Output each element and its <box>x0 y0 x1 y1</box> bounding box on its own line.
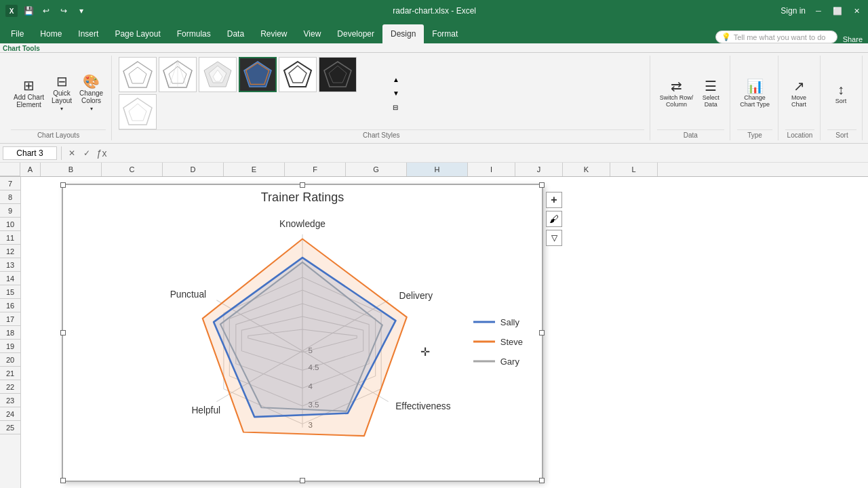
ribbon-tabs: File Home Insert Page Layout Formulas Da… <box>0 22 868 43</box>
row-header-16[interactable]: 16 <box>0 299 20 312</box>
row-header-20[interactable]: 20 <box>0 353 20 367</box>
chart-legend: Sally Steve Gary <box>473 317 523 366</box>
col-header-H[interactable]: H <box>407 163 468 176</box>
tab-data[interactable]: Data <box>219 24 252 43</box>
insert-function-button[interactable]: ƒx <box>96 147 108 159</box>
change-colors-button[interactable]: 🎨 Change Colors ▾ <box>77 73 106 113</box>
tab-developer[interactable]: Developer <box>329 24 382 43</box>
tab-home[interactable]: Home <box>32 24 70 43</box>
switch-row-column-button[interactable]: ⇄ Switch Row/ Column <box>657 78 696 109</box>
chart-style-5[interactable] <box>279 57 317 92</box>
tab-design[interactable]: Design <box>382 24 424 43</box>
chart-styles-scroll-up[interactable]: ▲ <box>393 76 399 83</box>
move-chart-icon: ↗ <box>793 79 805 93</box>
row-header-17[interactable]: 17 <box>0 312 20 326</box>
add-chart-element-icon: ⊞ <box>23 79 35 92</box>
row-header-19[interactable]: 19 <box>0 340 20 353</box>
spreadsheet: A B C D E F G H I J K L 7 8 9 10 11 12 1… <box>0 163 868 488</box>
col-header-D[interactable]: D <box>163 163 224 176</box>
tab-insert[interactable]: Insert <box>70 24 106 43</box>
switch-row-column-icon: ⇄ <box>671 79 682 93</box>
chart-title[interactable]: Trainer Ratings <box>68 190 536 205</box>
row-header-13[interactable]: 13 <box>0 258 20 272</box>
col-header-K[interactable]: K <box>563 163 610 176</box>
sign-in-button[interactable]: Sign in <box>781 6 806 16</box>
redo-button[interactable]: ↪ <box>57 4 71 18</box>
row-header-14[interactable]: 14 <box>0 272 20 285</box>
confirm-formula-button[interactable]: ✓ <box>81 147 93 159</box>
cancel-formula-button[interactable]: ✕ <box>66 147 78 159</box>
col-header-F[interactable]: F <box>285 163 346 176</box>
legend-line-sally <box>473 321 495 323</box>
grid[interactable]: // This will be rendered dynamically + 🖌… <box>21 177 868 488</box>
chart-body: Knowledge <box>68 207 536 475</box>
chart-style-float[interactable]: 🖌 <box>546 211 562 227</box>
col-header-E[interactable]: E <box>224 163 285 176</box>
chart-container[interactable]: + 🖌 ▽ Trainer Ratings Knowledge <box>62 184 543 482</box>
undo-button[interactable]: ↩ <box>39 4 53 18</box>
lightbulb-icon: 💡 <box>722 33 731 41</box>
row-header-23[interactable]: 23 <box>0 394 20 407</box>
ribbon-content: ⊞ Add Chart Element ⊟ Quick Layout ▾ 🎨 C… <box>0 53 868 143</box>
tell-me-input[interactable]: 💡 Tell me what you want to do <box>715 30 837 43</box>
row-header-25[interactable]: 25 <box>0 421 20 434</box>
chart-styles-scroll-down[interactable]: ▼ <box>393 89 399 97</box>
col-header-I[interactable]: I <box>468 163 515 176</box>
name-box[interactable]: Chart 3 <box>3 146 57 160</box>
row-header-22[interactable]: 22 <box>0 380 20 394</box>
tab-view[interactable]: View <box>296 24 330 43</box>
tab-file[interactable]: File <box>3 24 32 43</box>
tab-format[interactable]: Format <box>424 24 466 43</box>
row-header-18[interactable]: 18 <box>0 326 20 340</box>
close-button[interactable]: ✕ <box>850 6 863 16</box>
restore-button[interactable]: ⬜ <box>831 6 844 16</box>
col-header-J[interactable]: J <box>515 163 563 176</box>
share-button[interactable]: Share <box>843 35 863 43</box>
row-header-10[interactable]: 10 <box>0 218 20 231</box>
row-header-15[interactable]: 15 <box>0 285 20 299</box>
row-headers: 7 8 9 10 11 12 13 14 15 16 17 18 19 20 2… <box>0 177 21 488</box>
col-header-A[interactable]: A <box>20 163 41 176</box>
select-data-button[interactable]: ☰ Select Data <box>697 78 724 109</box>
chart-style-4[interactable] <box>239 57 277 92</box>
legend-line-gary <box>473 360 495 362</box>
legend-line-steve <box>473 340 495 342</box>
chart-style-3[interactable] <box>199 57 237 92</box>
row-header-12[interactable]: 12 <box>0 245 20 258</box>
minimize-button[interactable]: ─ <box>812 6 825 16</box>
quick-layout-icon: ⊟ <box>56 75 68 88</box>
col-header-L[interactable]: L <box>610 163 658 176</box>
col-header-B[interactable]: B <box>41 163 102 176</box>
row-header-9[interactable]: 9 <box>0 204 20 218</box>
move-chart-button[interactable]: ↗ Move Chart <box>785 78 812 109</box>
chart-style-2[interactable] <box>159 57 197 92</box>
formula-separator <box>61 146 62 160</box>
label-knowledge: Knowledge <box>279 219 326 229</box>
chart-styles-more[interactable]: ⊟ <box>393 104 399 111</box>
chart-style-6[interactable] <box>319 57 357 92</box>
row-header-11[interactable]: 11 <box>0 231 20 245</box>
qat-more[interactable]: ▾ <box>75 4 88 18</box>
row-header-8[interactable]: 8 <box>0 190 20 204</box>
location-group: ↗ Move Chart Location <box>780 56 821 140</box>
change-chart-type-button[interactable]: 📊 Change Chart Type <box>737 78 772 109</box>
tab-formulas[interactable]: Formulas <box>169 24 219 43</box>
sort-button[interactable]: ↕ Sort <box>827 81 854 106</box>
col-header-G[interactable]: G <box>346 163 407 176</box>
chart-add-element-float[interactable]: + <box>546 192 562 208</box>
chart-filter-float[interactable]: ▽ <box>546 230 562 246</box>
col-header-C[interactable]: C <box>102 163 163 176</box>
add-chart-element-button[interactable]: ⊞ Add Chart Element <box>11 77 47 110</box>
tab-review[interactable]: Review <box>252 24 295 43</box>
tab-page-layout[interactable]: Page Layout <box>106 24 168 43</box>
row-header-21[interactable]: 21 <box>0 367 20 380</box>
row-header-24[interactable]: 24 <box>0 407 20 421</box>
formula-input[interactable] <box>111 147 865 159</box>
row-header-7[interactable]: 7 <box>0 177 20 190</box>
chart-style-1[interactable] <box>119 57 157 92</box>
save-button[interactable]: 💾 <box>22 4 35 18</box>
quick-layout-button[interactable]: ⊟ Quick Layout ▾ <box>48 73 75 113</box>
svg-line-8 <box>163 61 178 70</box>
chart-tools-label: Chart Tools <box>3 45 40 52</box>
chart-style-7[interactable] <box>119 94 157 129</box>
